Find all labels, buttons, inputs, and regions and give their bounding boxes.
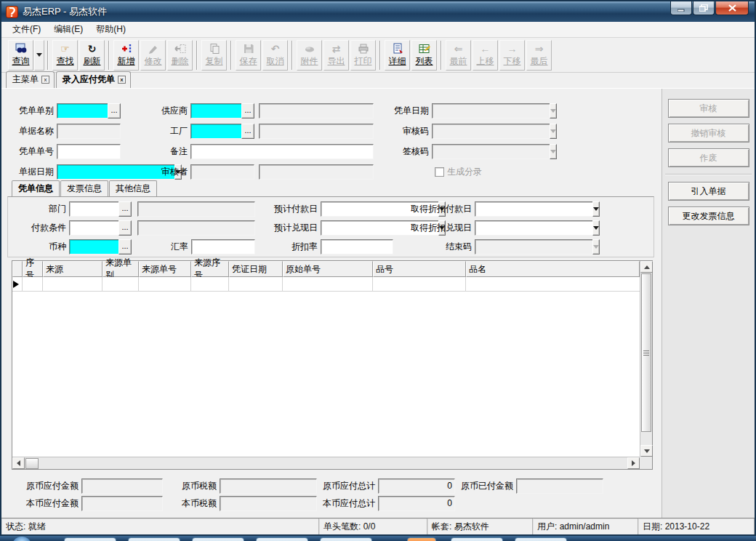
horizontal-scroll-thumb[interactable] — [25, 458, 39, 469]
toolbar-refresh-button[interactable]: ↻ 刷新 — [79, 40, 105, 71]
pointing-hand-icon: ☞ — [60, 43, 70, 55]
start-orb-icon[interactable] — [12, 537, 32, 541]
tab-enter-payable-voucher[interactable]: 录入应付凭单 x — [56, 71, 131, 88]
grid-column-header[interactable]: 来源单号 — [139, 261, 191, 277]
table-row[interactable] — [12, 277, 640, 292]
supplier-lookup-button[interactable]: ... — [241, 103, 254, 119]
arrow-up-icon — [644, 263, 650, 269]
main-content: 凭单单别 ... 供应商 ... 凭单日期 单据名称 工厂 ... 审核码 — [1, 89, 755, 518]
grid-header-row: 序号 来源 来源单别 来源单号 来源序号 凭证日期 原始单号 品号 品名 — [12, 261, 640, 277]
scroll-left-button[interactable] — [12, 457, 25, 469]
chevron-down-icon — [550, 150, 556, 156]
taskbar-erp-button[interactable] — [407, 537, 436, 541]
totals-row-original: 原币应付金额 原币税额 原币应付总计 原币已付金额 — [1, 477, 662, 494]
orig-paid-label: 原币已付金额 — [458, 480, 513, 492]
status-bar: 状态: 就绪 单头笔数: 0/0 帐套: 易杰软件 用户: admin/admi… — [1, 518, 755, 534]
change-invoice-info-button[interactable]: 更改发票信息 — [668, 207, 749, 225]
orig-amount-input — [81, 478, 163, 494]
grid-column-header[interactable]: 原始单号 — [283, 261, 373, 277]
tab-close-icon[interactable]: x — [41, 76, 49, 84]
taskbar-button[interactable] — [64, 537, 116, 541]
grid-column-header[interactable]: 品号 — [373, 261, 466, 277]
disc-pay-date-input[interactable] — [475, 201, 592, 217]
toolbar-list-button[interactable]: 列表 — [411, 40, 437, 71]
taskbar-button[interactable] — [128, 537, 180, 541]
tab-main-menu[interactable]: 主菜单 x — [6, 71, 55, 88]
voucher-type-field: ... — [57, 103, 121, 119]
tab-invoice-info[interactable]: 发票信息 — [60, 180, 108, 196]
factory-input[interactable] — [190, 124, 241, 139]
query-dropdown-button[interactable] — [34, 40, 44, 71]
tab-close-icon[interactable]: x — [118, 76, 126, 84]
factory-lookup-button[interactable]: ... — [241, 124, 254, 139]
taskbar-button[interactable] — [320, 537, 372, 541]
taskbar-button[interactable] — [256, 537, 308, 541]
disc-cash-date-dropdown-button[interactable] — [592, 220, 600, 236]
taskbar-button[interactable] — [192, 537, 244, 541]
export-icon: ⇄ — [332, 43, 341, 55]
toolbar-add-button[interactable]: 新增 — [113, 40, 139, 71]
tab-voucher-info[interactable]: 凭单信息 — [12, 180, 60, 196]
restore-button[interactable] — [693, 1, 715, 15]
tab-other-info[interactable]: 其他信息 — [109, 180, 157, 196]
form-row: 币种 ... 汇率 折扣率 结束码 — [8, 237, 654, 256]
voucher-type-input[interactable] — [57, 103, 108, 119]
dept-label: 部门 — [12, 203, 66, 215]
attachment-icon — [303, 43, 316, 55]
action-panel: 审核 撤销审核 作废 引入单据 更改发票信息 — [662, 89, 755, 518]
grid-column-header[interactable]: 凭证日期 — [229, 261, 283, 277]
end-code-label: 结束码 — [393, 241, 472, 253]
menu-edit[interactable]: 编辑(E) — [47, 22, 89, 37]
horizontal-scrollbar[interactable] — [12, 457, 640, 469]
vertical-scrollbar[interactable] — [640, 261, 652, 457]
discount-rate-input[interactable] — [321, 239, 393, 255]
chevron-down-icon — [36, 53, 42, 60]
taskbar-button[interactable] — [515, 537, 567, 541]
menu-help[interactable]: 帮助(H) — [89, 22, 132, 37]
dept-input[interactable] — [69, 201, 118, 217]
toolbar-move-up-button: ← 上移 — [472, 40, 498, 71]
close-button[interactable] — [715, 1, 749, 15]
exch-rate-input[interactable] — [191, 239, 255, 255]
toolbar-separator — [196, 41, 198, 70]
floppy-disk-icon — [242, 43, 255, 55]
pay-terms-lookup-button[interactable]: ... — [118, 220, 132, 236]
voucher-no-input[interactable] — [57, 144, 121, 159]
local-amount-label: 本币应付金额 — [16, 497, 79, 510]
grid-column-header[interactable]: 来源序号 — [191, 261, 229, 277]
toolbar-edit-button: 修改 — [140, 40, 166, 71]
dept-lookup-button[interactable]: ... — [118, 201, 132, 217]
disc-cash-date-input[interactable] — [475, 220, 592, 236]
toolbar-detail-button[interactable]: 详细 — [385, 40, 410, 71]
grid-column-header[interactable]: 序号 — [23, 261, 43, 277]
vertical-scroll-thumb[interactable] — [641, 273, 651, 432]
grid-column-header[interactable]: 来源单别 — [102, 261, 139, 277]
remark-input[interactable] — [190, 144, 374, 159]
taskbar-button[interactable] — [451, 537, 503, 541]
scroll-right-button[interactable] — [627, 457, 640, 469]
supplier-field: ... — [190, 103, 254, 119]
grid-column-header[interactable]: 来源 — [43, 261, 102, 277]
toolbar-move-down-button: → 下移 — [499, 40, 525, 71]
toolbar-query-button[interactable]: 查询 — [8, 40, 33, 71]
toolbar-locate-button[interactable]: ☞ 查找 — [52, 40, 78, 71]
grid-body[interactable] — [12, 277, 640, 457]
scroll-down-button[interactable] — [640, 445, 653, 457]
voucher-type-lookup-button[interactable]: ... — [108, 103, 121, 119]
menu-file[interactable]: 文件(F) — [6, 22, 47, 37]
header-count: 单头笔数: 0/0 — [319, 518, 427, 534]
disc-pay-date-dropdown-button[interactable] — [592, 201, 600, 217]
minimize-button[interactable] — [670, 1, 692, 15]
factory-name-input — [259, 124, 374, 139]
totals-section: 原币应付金额 原币税额 原币应付总计 原币已付金额 本币应付金额 本币税额 本币… — [1, 477, 662, 512]
currency-input[interactable] — [69, 239, 118, 255]
supplier-input[interactable] — [190, 103, 241, 119]
import-document-button[interactable]: 引入单据 — [668, 182, 749, 201]
current-date: 日期: 2013-10-22 — [638, 518, 755, 534]
pay-terms-input[interactable] — [69, 220, 118, 236]
scroll-up-button[interactable] — [640, 261, 653, 273]
currency-lookup-button[interactable]: ... — [118, 239, 132, 255]
orig-total-label: 原币应付总计 — [320, 480, 375, 492]
grid-column-header[interactable]: 品名 — [466, 261, 640, 277]
windows-taskbar — [0, 536, 756, 541]
